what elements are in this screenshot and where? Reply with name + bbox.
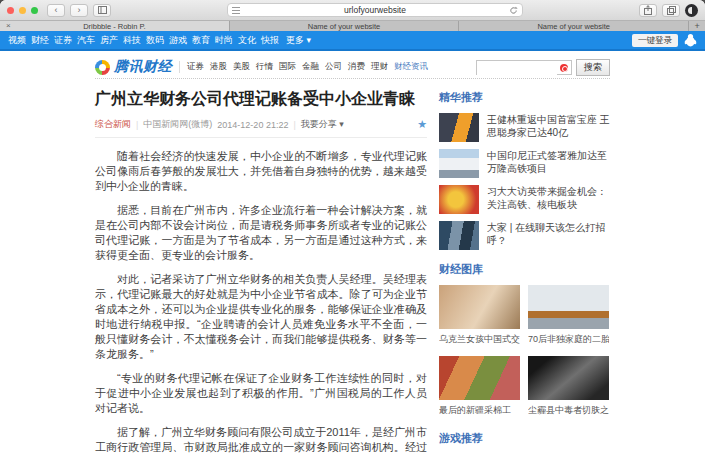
portal-nav-express[interactable]: 快报 xyxy=(261,34,279,47)
tab-label: Name of your website xyxy=(308,22,381,31)
portal-nav-more[interactable]: 更多 ▾ xyxy=(286,34,311,47)
portal-nav-edu[interactable]: 教育 xyxy=(192,34,210,47)
news-title[interactable]: 王健林重返中国首富宝座 王思聪身家已达40亿 xyxy=(487,113,610,142)
tab-dribbble[interactable]: × Dribbble - Robin P. xyxy=(0,21,230,31)
meta-divider: | xyxy=(293,120,295,130)
tabs-icon xyxy=(667,6,676,15)
site-nav-consumer[interactable]: 消费 xyxy=(348,61,365,73)
chevron-down-icon: ▾ xyxy=(307,35,312,45)
tencent-logo-icon xyxy=(95,60,110,75)
gallery-caption[interactable]: 尘霾县中毒者切肤之痛 xyxy=(528,404,609,417)
list-item[interactable]: 习大大访英带来掘金机会：关注高铁、核电板块 xyxy=(439,185,610,214)
gallery-item[interactable]: 乌克兰女孩中国式交易 xyxy=(439,285,520,346)
news-thumbnail xyxy=(439,113,479,142)
article-title: 广州立华财务公司代理记账备受中小企业青睐 xyxy=(95,89,427,109)
site-nav-international[interactable]: 国际 xyxy=(279,61,296,73)
gallery-item[interactable]: 70后非独家庭的二胎梦 xyxy=(528,285,609,346)
site-nav-company[interactable]: 公司 xyxy=(325,61,342,73)
chevron-left-icon: ‹ xyxy=(55,6,58,15)
tab-website-1[interactable]: Name of your website xyxy=(230,21,460,31)
qq-penguin-icon[interactable] xyxy=(684,33,697,47)
article-category[interactable]: 综合新闻 xyxy=(95,118,131,131)
portal-nav-auto[interactable]: 汽车 xyxy=(77,34,95,47)
news-title[interactable]: 习大大访英带来掘金机会：关注高铁、核电板块 xyxy=(487,185,610,214)
list-item[interactable]: 中国印尼正式签署雅加达至万隆高铁项目 xyxy=(439,149,610,178)
portal-nav-house[interactable]: 房产 xyxy=(100,34,118,47)
article-time: 2014-12-20 21:22 xyxy=(217,120,288,130)
browser-window: ‹ › urlofyourwebsite xyxy=(0,0,705,454)
site-nav-quotes[interactable]: 行情 xyxy=(256,61,273,73)
close-tab-icon[interactable]: × xyxy=(6,22,11,30)
meta-divider: | xyxy=(136,120,138,130)
site-search: 搜索 xyxy=(476,59,610,76)
portal-nav-fashion[interactable]: 时尚 xyxy=(215,34,233,47)
site-logo[interactable]: 腾讯财经 xyxy=(95,58,172,76)
chevron-right-icon: › xyxy=(78,6,81,15)
site-nav-finance-news[interactable]: 财经资讯 xyxy=(394,61,428,73)
new-tab-button[interactable]: + xyxy=(689,21,705,31)
tab-overview-button[interactable] xyxy=(662,4,680,17)
article-paragraph: 据悉，目前在广州市内，许多企业流行着一种会计解决方案，就是在公司内部不设会计岗位… xyxy=(95,203,427,263)
gallery-photo xyxy=(528,285,609,329)
search-button[interactable]: 搜索 xyxy=(576,59,610,76)
share-menu[interactable]: 我要分享 ▾ xyxy=(301,118,344,131)
portal-nav-stock[interactable]: 证券 xyxy=(54,34,72,47)
section-title-featured: 精华推荐 xyxy=(439,90,610,105)
search-box xyxy=(476,60,572,75)
extension-icon[interactable] xyxy=(685,4,698,17)
portal-nav-tech[interactable]: 科技 xyxy=(123,34,141,47)
minimize-window-button[interactable] xyxy=(19,7,26,14)
gallery-item[interactable]: 最后的新疆采棉工 xyxy=(439,356,520,417)
article-paragraph: 据了解，广州立华财务顾问有限公司成立于2011年，是经广州市工商行政管理局、市财… xyxy=(95,425,427,454)
tab-label: Dribbble - Robin P. xyxy=(83,22,145,31)
gallery-item[interactable]: 尘霾县中毒者切肤之痛 xyxy=(528,356,609,417)
list-item[interactable]: 王健林重返中国首富宝座 王思聪身家已达40亿 xyxy=(439,113,610,142)
news-title[interactable]: 大家 | 在线聊天该怎么打招呼？ xyxy=(487,221,610,250)
window-controls xyxy=(7,7,38,14)
refresh-icon xyxy=(509,6,518,15)
favorite-star-icon[interactable]: ★ xyxy=(417,119,427,130)
site-nav-money[interactable]: 理财 xyxy=(371,61,388,73)
gallery-caption[interactable]: 70后非独家庭的二胎梦 xyxy=(528,333,609,346)
login-button[interactable]: 一键登录 xyxy=(632,34,678,47)
browser-titlebar: ‹ › urlofyourwebsite xyxy=(0,0,705,21)
site-nav-us-stocks[interactable]: 美股 xyxy=(233,61,250,73)
news-thumbnail xyxy=(439,185,479,214)
back-button[interactable]: ‹ xyxy=(47,4,65,17)
news-title[interactable]: 中国印尼正式签署雅加达至万隆高铁项目 xyxy=(487,149,610,178)
sidebar-toggle-button[interactable] xyxy=(93,4,111,17)
zoom-window-button[interactable] xyxy=(31,7,38,14)
article-paragraph: 随着社会经济的快速发展，中小企业的不断增多，专业代理记账公司像雨后春笋般的发展壮… xyxy=(95,149,427,194)
search-input[interactable] xyxy=(477,65,557,78)
share-icon xyxy=(644,5,652,15)
gallery-photo xyxy=(528,356,609,400)
section-title-games: 游戏推荐 xyxy=(439,431,610,446)
sidebar: 精华推荐 王健林重返中国首富宝座 王思聪身家已达40亿 中国印尼正式签署雅加达至… xyxy=(439,87,610,454)
list-item[interactable]: 大家 | 在线聊天该怎么打招呼？ xyxy=(439,221,610,250)
site-nav-hk-stocks[interactable]: 港股 xyxy=(210,61,227,73)
site-header: 腾讯财经 证券 港股 美股 行情 国际 金融 公司 消费 理财 财经资讯 xyxy=(95,56,610,79)
article-paragraph: 对此，记者采访了广州立华财务的相关负责人吴经理。吴经理表示，代理记账最大的好处就… xyxy=(95,272,427,362)
portal-nav-culture[interactable]: 文化 xyxy=(238,34,256,47)
news-thumbnail xyxy=(439,149,479,178)
tab-label: Name of your website xyxy=(537,22,610,31)
gallery-caption[interactable]: 乌克兰女孩中国式交易 xyxy=(439,333,520,346)
gallery-caption[interactable]: 最后的新疆采棉工 xyxy=(439,404,520,417)
tab-website-2[interactable]: Name of your website xyxy=(459,21,689,31)
site-nav-banking[interactable]: 金融 xyxy=(302,61,319,73)
article-body: 随着社会经济的快速发展，中小企业的不断增多，专业代理记账公司像雨后春笋般的发展壮… xyxy=(95,149,427,454)
forward-button[interactable]: › xyxy=(70,4,88,17)
refresh-button[interactable] xyxy=(509,6,518,15)
portal-nav-digital[interactable]: 数码 xyxy=(146,34,164,47)
share-button[interactable] xyxy=(639,4,657,17)
portal-nav: 视频 财经 证券 汽车 房产 科技 数码 游戏 教育 时尚 文化 快报 更多 ▾… xyxy=(0,31,705,51)
site-nav-securities[interactable]: 证券 xyxy=(187,61,204,73)
close-window-button[interactable] xyxy=(7,7,14,14)
address-bar[interactable]: urlofyourwebsite xyxy=(227,3,523,17)
portal-nav-video[interactable]: 视频 xyxy=(8,34,26,47)
portal-nav-games[interactable]: 游戏 xyxy=(169,34,187,47)
portal-nav-finance[interactable]: 财经 xyxy=(31,34,49,47)
reader-icon[interactable] xyxy=(232,7,240,14)
article-source[interactable]: 中国新闻网(微博) xyxy=(143,118,212,131)
article: 广州立华财务公司代理记账备受中小企业青睐 综合新闻 | 中国新闻网(微博) 20… xyxy=(95,87,427,454)
